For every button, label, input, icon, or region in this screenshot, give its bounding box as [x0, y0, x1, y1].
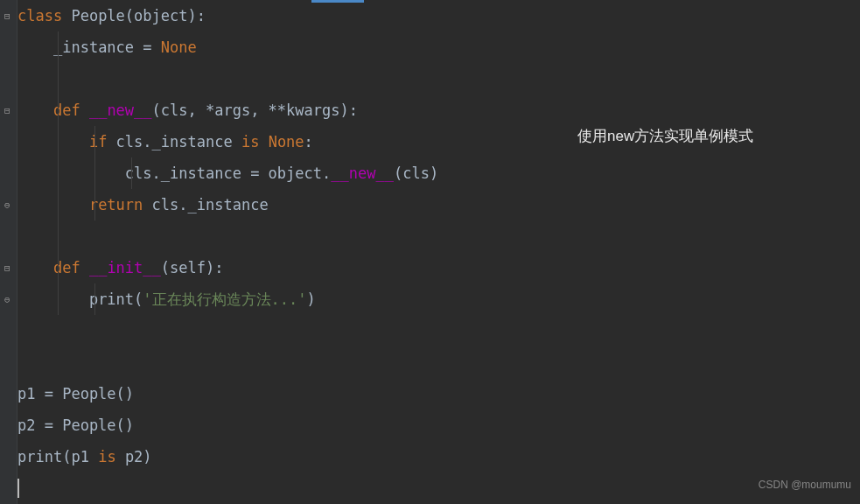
code-editor[interactable]: class People(object): _instance = None d…: [17, 0, 860, 504]
keyword-def: def: [53, 102, 89, 119]
indent: [17, 259, 53, 276]
attr: ._instance: [143, 133, 241, 150]
keyword-return: return: [89, 196, 152, 214]
code-line[interactable]: cls._instance = object.__new__(cls): [17, 158, 860, 189]
colon: :: [304, 133, 313, 150]
indent: [17, 164, 125, 182]
paren: ): [143, 448, 151, 466]
editor-gutter: ⊟ ⊟ ⊖ ⊟ ⊖: [0, 0, 17, 504]
object: cls: [125, 164, 152, 182]
keyword-class: class: [17, 7, 71, 24]
arg: p2: [125, 448, 143, 466]
fold-icon[interactable]: ⊟: [4, 263, 10, 273]
code-line[interactable]: print('正在执行构造方法...'): [17, 284, 860, 315]
paren: ): [307, 290, 316, 308]
method-name: __new__: [331, 164, 394, 182]
annotation-text: 使用new方法实现单例模式: [577, 121, 753, 152]
method-name: __new__: [89, 102, 152, 119]
arg: p1: [71, 448, 98, 466]
indent: [17, 196, 89, 214]
code-line[interactable]: return cls._instance: [17, 189, 860, 220]
paren: (: [125, 7, 134, 24]
code-line-empty[interactable]: [17, 220, 860, 252]
object: cls: [116, 133, 143, 150]
class-name: People: [71, 7, 124, 24]
keyword-is: is: [98, 448, 125, 466]
code-line-empty[interactable]: [17, 63, 860, 94]
indent: [17, 133, 89, 150]
keyword-def: def: [53, 259, 89, 276]
fold-icon[interactable]: ⊖: [4, 295, 10, 304]
keyword-is: is: [241, 133, 269, 150]
code-line[interactable]: p2 = People(): [17, 410, 860, 441]
string-literal: '正在执行构造方法...': [143, 290, 306, 308]
code-line[interactable]: def __init__(self):: [17, 252, 860, 284]
keyword-if: if: [89, 133, 116, 150]
variable: _instance: [53, 38, 134, 56]
attr: ._instance: [178, 196, 268, 214]
code-line[interactable]: p1 = People(): [17, 378, 860, 410]
function-call: print: [89, 290, 134, 308]
fold-icon[interactable]: ⊟: [4, 106, 10, 116]
paren: ):: [188, 7, 206, 24]
object: object: [269, 164, 322, 182]
indent: [17, 290, 89, 308]
fold-icon[interactable]: ⊟: [4, 11, 10, 21]
object: cls: [152, 196, 179, 214]
keyword-none: None: [161, 38, 197, 56]
paren: (: [62, 448, 71, 466]
paren: (: [134, 290, 143, 308]
code-line[interactable]: print(p1 is p2): [17, 441, 860, 472]
params: (cls, *args, **kwargs):: [152, 102, 358, 119]
code-line-empty[interactable]: [17, 346, 860, 378]
arg: object: [134, 7, 187, 24]
indent: [17, 38, 53, 56]
statement: p1 = People(): [17, 385, 134, 402]
indent: [17, 102, 53, 119]
args: (cls): [394, 164, 438, 182]
keyword-none: None: [269, 133, 304, 150]
method-name: __init__: [89, 259, 161, 276]
fold-icon[interactable]: ⊖: [4, 200, 10, 210]
watermark-text: CSDN @moumumu: [759, 469, 851, 500]
params: (self):: [161, 259, 224, 276]
operator: =: [134, 38, 161, 56]
code-line[interactable]: _instance = None: [17, 32, 860, 63]
attr: ._instance =: [152, 164, 269, 182]
code-line-empty[interactable]: [17, 315, 860, 346]
dot: .: [322, 164, 331, 182]
code-line[interactable]: class People(object):: [17, 0, 860, 32]
text-cursor: [17, 479, 19, 498]
function-call: print: [17, 448, 62, 466]
statement: p2 = People(): [17, 416, 134, 434]
